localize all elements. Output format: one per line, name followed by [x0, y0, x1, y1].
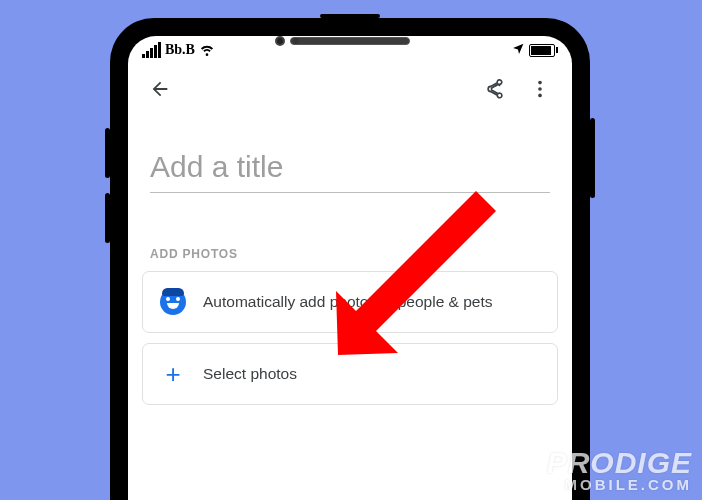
auto-add-people-pets-option[interactable]: Automatically add photos of people & pet… — [142, 271, 558, 333]
more-vert-icon — [529, 78, 551, 104]
carrier-label: Bb.B — [165, 42, 195, 58]
volume-up-button — [105, 128, 110, 178]
plus-icon: + — [165, 361, 180, 387]
battery-icon — [529, 44, 558, 57]
power-button — [590, 118, 595, 198]
face-icon — [160, 289, 186, 315]
watermark-line1: PRODIGE — [547, 449, 692, 478]
volume-down-button — [105, 193, 110, 243]
share-button[interactable] — [474, 71, 514, 111]
screen: Bb.B — [128, 36, 572, 500]
top-button — [320, 14, 380, 18]
back-button[interactable] — [140, 71, 180, 111]
location-icon — [512, 42, 525, 58]
add-photos-section-label: ADD PHOTOS — [128, 201, 572, 271]
wifi-icon — [199, 41, 215, 60]
phone-notch — [235, 28, 465, 54]
svg-point-0 — [538, 81, 542, 85]
share-icon — [483, 78, 505, 104]
select-photos-label: Select photos — [203, 364, 297, 385]
select-photos-option[interactable]: + Select photos — [142, 343, 558, 405]
svg-point-2 — [538, 94, 542, 98]
overflow-menu-button[interactable] — [520, 71, 560, 111]
arrow-back-icon — [149, 78, 171, 104]
auto-add-label: Automatically add photos of people & pet… — [203, 292, 493, 313]
watermark: PRODIGE MOBILE.COM — [547, 449, 692, 492]
svg-point-1 — [538, 87, 542, 91]
app-bar — [128, 64, 572, 118]
phone-frame: Bb.B — [110, 18, 590, 500]
album-title-input[interactable] — [150, 146, 550, 193]
signal-icon — [142, 42, 161, 58]
watermark-line2: MOBILE.COM — [547, 478, 692, 492]
